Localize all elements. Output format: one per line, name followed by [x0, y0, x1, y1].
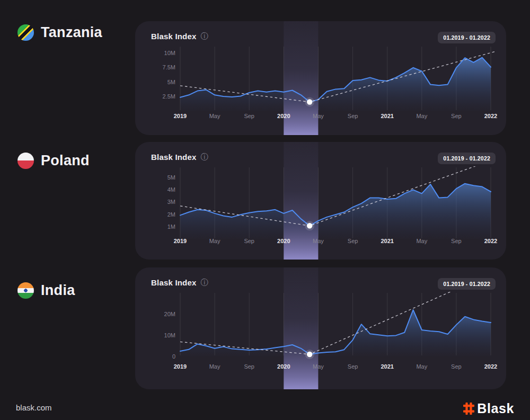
country-label-poland: Poland [17, 153, 90, 169]
tanzania-flag-icon [17, 24, 34, 41]
y-axis-label: 20M [164, 311, 175, 317]
x-axis-label: Sep [244, 113, 254, 119]
y-axis-label: 10M [164, 332, 175, 338]
x-axis-label: May [209, 113, 220, 119]
y-axis-label: 5M [167, 174, 175, 181]
brand-name: Blask [477, 401, 514, 416]
country-name: Poland [41, 153, 90, 169]
country-name: Tanzania [41, 24, 102, 41]
x-axis-label: 2022 [484, 113, 497, 119]
area-fill [180, 184, 491, 239]
country-name: India [41, 282, 75, 299]
y-axis-label: 10M [164, 50, 175, 56]
card-header: Blask Index ⓘ [151, 153, 208, 162]
footer-url[interactable]: blask.com [16, 403, 52, 412]
india-flag-icon [17, 282, 34, 299]
info-icon[interactable]: ⓘ [201, 32, 208, 40]
blask-index-card-india: 2019MaySep2020MaySep2021MaySep202220M10M… [135, 267, 506, 389]
y-axis-label: 2.5M [163, 93, 175, 100]
y-axis-label: 7.5M [163, 64, 175, 70]
x-axis-label: Sep [348, 113, 358, 119]
blask-hash-icon [463, 403, 474, 415]
card-header: Blask Index ⓘ [151, 32, 208, 41]
date-range-badge: 01.2019 - 01.2022 [438, 32, 496, 43]
marker-dot [307, 352, 312, 357]
y-axis-label: 2M [167, 211, 175, 218]
y-axis-label: 4M [167, 186, 175, 193]
x-axis-label: May [416, 363, 427, 370]
marker-dot [307, 223, 312, 228]
x-axis-label: Sep [244, 363, 254, 370]
x-axis-label: May [416, 113, 427, 119]
x-axis-label: Sep [451, 363, 462, 370]
poland-flag-icon [17, 153, 34, 169]
card-title: Blask Index [151, 278, 197, 287]
card-header: Blask Index ⓘ [151, 278, 208, 287]
x-axis-label: Sep [348, 363, 358, 370]
blask-logo: Blask [463, 401, 514, 416]
y-axis-label: 1M [167, 224, 175, 230]
country-label-india: India [17, 282, 75, 299]
x-axis-label: 2020 [277, 363, 290, 370]
x-axis-label: 2020 [277, 113, 290, 119]
x-axis-label: May [209, 363, 220, 370]
info-icon[interactable]: ⓘ [201, 279, 208, 286]
card-title: Blask Index [151, 32, 197, 41]
card-title: Blask Index [151, 153, 197, 162]
x-axis-label: 2022 [484, 363, 497, 370]
x-axis-label: 2019 [174, 113, 187, 119]
marker-dot [307, 99, 312, 104]
date-range-badge: 01.2019 - 01.2022 [438, 278, 496, 290]
x-axis-label: 2021 [381, 113, 393, 119]
info-icon[interactable]: ⓘ [201, 153, 208, 160]
date-range-badge: 01.2019 - 01.2022 [438, 153, 496, 164]
y-axis-label: 5M [167, 79, 175, 85]
y-axis-label: 0 [172, 353, 175, 360]
x-axis-label: 2019 [174, 363, 187, 370]
x-axis-label: Sep [451, 113, 462, 119]
highlight-band [284, 267, 318, 389]
x-axis-label: May [313, 113, 324, 119]
blask-index-card-tanzania: 2019MaySep2020MaySep2021MaySep202210M7.5… [135, 21, 506, 135]
y-axis-label: 3M [167, 199, 175, 205]
x-axis-label: 2021 [381, 363, 393, 370]
x-axis-label: May [313, 363, 324, 370]
blask-index-card-poland: 2019MaySep2020MaySep2021MaySep20225M4M3M… [135, 142, 506, 260]
country-label-tanzania: Tanzania [17, 24, 102, 41]
